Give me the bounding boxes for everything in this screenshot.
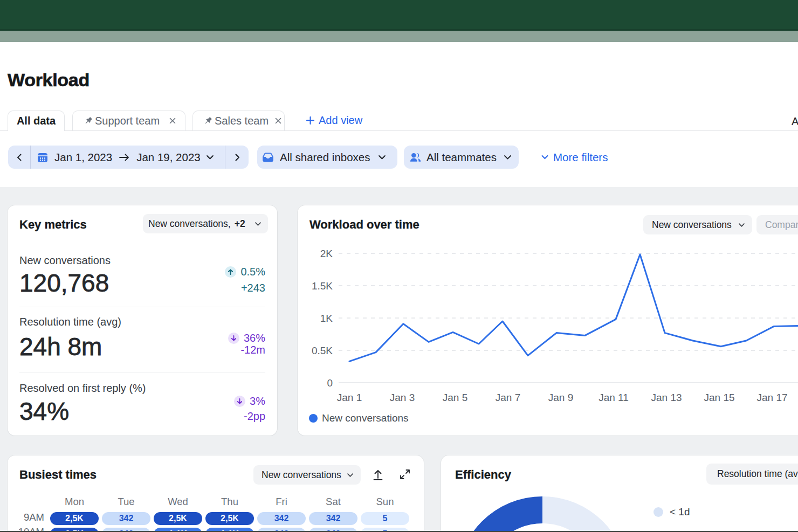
- svg-text:Jan 3: Jan 3: [390, 392, 415, 403]
- svg-text:Jan 5: Jan 5: [443, 392, 467, 403]
- svg-text:Jan 7: Jan 7: [496, 392, 520, 403]
- svg-text:New conversations: New conversations: [322, 412, 409, 424]
- svg-text:Jan 17: Jan 17: [756, 392, 787, 403]
- svg-text:Jan 11: Jan 11: [598, 392, 629, 403]
- svg-text:0: 0: [327, 377, 333, 389]
- svg-text:1K: 1K: [320, 313, 333, 324]
- svg-text:Jan 15: Jan 15: [704, 392, 734, 403]
- svg-text:Jan 1: Jan 1: [337, 392, 362, 403]
- svg-text:2K: 2K: [320, 248, 333, 259]
- svg-text:1.5K: 1.5K: [312, 280, 333, 292]
- svg-text:0.5K: 0.5K: [312, 345, 333, 356]
- svg-text:Jan 9: Jan 9: [548, 392, 573, 403]
- svg-text:Jan 13: Jan 13: [651, 392, 682, 403]
